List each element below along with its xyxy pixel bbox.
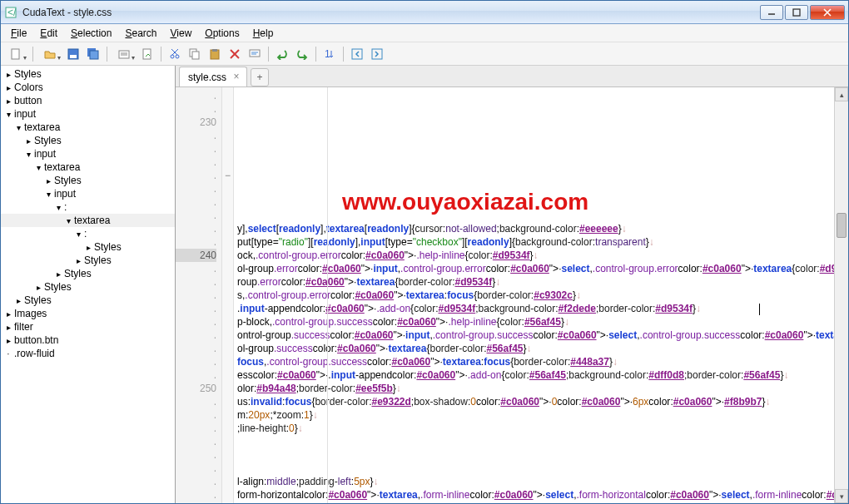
fold-marker[interactable] [222, 89, 233, 102]
fold-marker[interactable] [222, 448, 233, 462]
cut-button[interactable] [166, 46, 183, 62]
code-line[interactable] [237, 462, 831, 475]
fold-marker[interactable] [222, 249, 233, 262]
fold-marker[interactable] [222, 475, 233, 488]
comment-button[interactable] [246, 46, 263, 62]
code-line[interactable]: ;line-height:0}↓ [237, 422, 831, 435]
redo-button[interactable] [294, 46, 310, 62]
fold-marker[interactable] [222, 315, 233, 329]
fold-marker[interactable] [222, 116, 233, 129]
close-button[interactable] [810, 5, 845, 20]
menu-file[interactable]: File [4, 25, 33, 42]
code-line[interactable] [237, 142, 831, 156]
code-line[interactable]: form-horizontalcolor:#c0a060">·textarea,… [237, 488, 831, 502]
tree-toggle-icon[interactable]: ▸ [34, 283, 42, 292]
fold-marker[interactable] [222, 462, 233, 475]
menu-options[interactable]: Options [198, 25, 246, 42]
tree-toggle-icon[interactable]: ▾ [4, 110, 12, 119]
fold-marker[interactable] [222, 395, 233, 408]
code-line[interactable]: ol-group.errorcolor:#c0a060">·input,.con… [237, 262, 831, 275]
fold-marker[interactable] [222, 156, 233, 169]
tree-toggle-icon[interactable]: ▸ [24, 136, 32, 146]
code-line[interactable]: ontrol-group.successcolor:#c0a060">·inpu… [237, 329, 831, 342]
scroll-thumb[interactable] [837, 213, 847, 238]
tree-toggle-icon[interactable]: ▸ [4, 83, 12, 92]
code-tree-panel[interactable]: ▸Styles▸Colors▸button▾input▾textarea▸Sty… [1, 66, 176, 503]
save-file-button[interactable] [65, 46, 82, 62]
vertical-scrollbar[interactable]: ▴ ▾ [834, 87, 848, 503]
tree-node[interactable]: ▸Styles [1, 174, 175, 187]
tree-toggle-icon[interactable]: ▾ [54, 203, 62, 212]
code-line[interactable] [237, 156, 831, 169]
minimize-button[interactable] [760, 5, 783, 20]
fold-marker[interactable] [222, 422, 233, 435]
tree-node[interactable]: ▾: [1, 200, 175, 214]
code-line[interactable]: focus,.control-group.successcolor:#c0a06… [237, 355, 831, 368]
paste-button[interactable] [206, 46, 223, 62]
fold-marker[interactable] [222, 209, 233, 222]
fold-marker[interactable] [222, 222, 233, 235]
code-line[interactable] [237, 435, 831, 448]
fold-marker[interactable]: − [222, 169, 233, 182]
tree-toggle-icon[interactable]: ▾ [64, 216, 72, 225]
tree-node[interactable]: ▸Colors [1, 81, 175, 94]
code-content[interactable]: www.ouyaoxiazai.com y],select[readonly],… [234, 87, 834, 503]
tree-toggle-icon[interactable]: · [4, 349, 12, 358]
fold-marker[interactable] [222, 289, 233, 302]
tree-toggle-icon[interactable]: ▸ [74, 256, 82, 265]
tab-stylecss[interactable]: style.css × [179, 67, 247, 86]
indent-right-button[interactable] [369, 46, 385, 62]
scroll-track[interactable] [835, 101, 848, 489]
tree-node[interactable]: ▸Styles [1, 280, 175, 294]
tree-node[interactable]: ▾input [1, 187, 175, 200]
tab-add-button[interactable]: + [251, 68, 269, 86]
tree-node[interactable]: ▸button.btn [1, 334, 175, 347]
open-file-button[interactable] [38, 46, 62, 62]
code-line[interactable]: l-align:middle;padding-left:5px}↓ [237, 475, 831, 488]
tab-close-icon[interactable]: × [231, 72, 241, 82]
fold-marker[interactable] [222, 262, 233, 275]
tree-toggle-icon[interactable]: ▸ [4, 336, 12, 345]
tree-node[interactable]: ▸Styles [1, 254, 175, 267]
tree-node[interactable]: ▸filter [1, 320, 175, 334]
scroll-up-button[interactable]: ▴ [835, 87, 848, 101]
fold-marker[interactable] [222, 342, 233, 355]
fold-marker[interactable] [222, 129, 233, 142]
fold-marker[interactable] [222, 142, 233, 156]
menu-view[interactable]: View [164, 25, 199, 42]
tree-node[interactable]: ·.row-fluid [1, 347, 175, 360]
tree-toggle-icon[interactable]: ▸ [4, 323, 12, 332]
fold-marker[interactable] [222, 355, 233, 368]
code-line[interactable] [237, 448, 831, 462]
fold-marker[interactable] [222, 275, 233, 289]
fold-marker[interactable] [222, 408, 233, 422]
tree-node[interactable]: ▸button [1, 94, 175, 107]
tree-node[interactable]: ▸Styles [1, 267, 175, 280]
tree-node[interactable]: ▾input [1, 107, 175, 121]
maximize-button[interactable] [785, 5, 808, 20]
tree-toggle-icon[interactable]: ▸ [4, 96, 12, 106]
fold-marker[interactable] [222, 329, 233, 342]
code-line[interactable]: .input-appendcolor:#c0a060">·.add-on{col… [237, 302, 831, 315]
tree-node[interactable]: ▾: [1, 227, 175, 240]
code-line[interactable] [237, 209, 831, 222]
recent-files-button[interactable] [112, 46, 136, 62]
code-line[interactable]: m:20px;*zoom:1}↓ [237, 408, 831, 422]
fold-marker[interactable] [222, 302, 233, 315]
tree-toggle-icon[interactable]: ▸ [84, 243, 92, 252]
code-line[interactable] [237, 195, 831, 209]
sort-asc-button[interactable]: 1 [321, 46, 338, 62]
code-line[interactable]: roup.errorcolor:#c0a060">·textarea{borde… [237, 275, 831, 289]
copy-button[interactable] [186, 46, 203, 62]
tree-node[interactable]: ▸Images [1, 307, 175, 320]
code-line[interactable] [237, 169, 831, 182]
code-line[interactable]: olor:#b94a48;border-color:#ee5f5b}↓ [237, 382, 831, 395]
fold-marker[interactable] [222, 435, 233, 448]
fold-column[interactable]: − [222, 87, 234, 503]
menu-help[interactable]: Help [246, 25, 281, 42]
fold-marker[interactable] [222, 235, 233, 249]
tree-node[interactable]: ▾textarea [1, 161, 175, 174]
tree-toggle-icon[interactable]: ▾ [34, 163, 42, 172]
code-line[interactable]: ol-group.successcolor:#c0a060">·textarea… [237, 342, 831, 355]
menu-selection[interactable]: Selection [64, 25, 118, 42]
